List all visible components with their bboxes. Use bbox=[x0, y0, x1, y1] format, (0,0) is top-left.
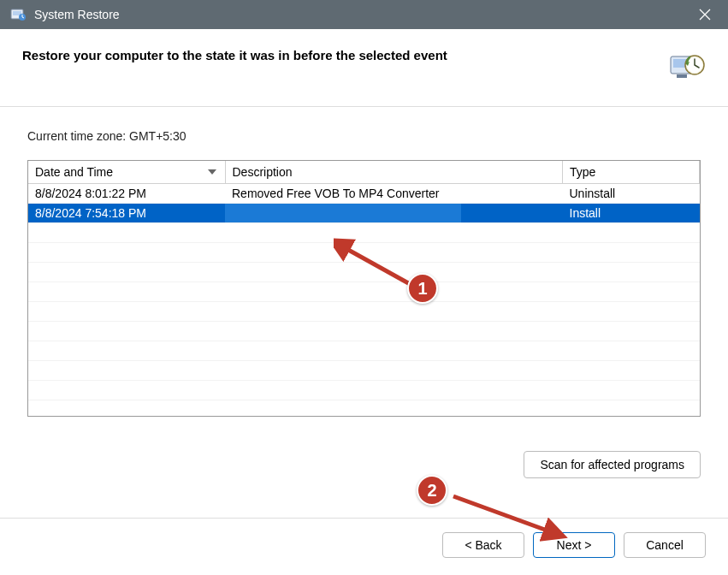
col-type[interactable]: Type bbox=[563, 161, 700, 183]
table-row: . bbox=[28, 380, 700, 400]
cell-datetime: 8/8/2024 8:01:22 PM bbox=[28, 183, 225, 203]
table-row[interactable]: 8/8/2024 7:54:18 PM Install bbox=[28, 203, 700, 222]
wizard-header: Restore your computer to the state it wa… bbox=[0, 29, 728, 107]
table-row: . bbox=[28, 242, 700, 262]
cell-description bbox=[225, 203, 563, 222]
main-content: Current time zone: GMT+5:30 Date and Tim… bbox=[0, 107, 728, 506]
col-description-label: Description bbox=[233, 165, 293, 179]
system-restore-icon bbox=[9, 5, 27, 24]
col-description[interactable]: Description bbox=[225, 161, 563, 183]
col-datetime-label: Date and Time bbox=[35, 165, 113, 179]
timezone-label: Current time zone: GMT+5:30 bbox=[27, 129, 701, 143]
cell-type: Install bbox=[563, 203, 700, 222]
restore-clock-icon bbox=[668, 48, 706, 86]
table-row: . bbox=[28, 360, 700, 380]
col-datetime[interactable]: Date and Time bbox=[28, 161, 225, 183]
restore-points-table: Date and Time Description Type 8/8/2024 … bbox=[27, 160, 701, 417]
cancel-button[interactable]: Cancel bbox=[624, 532, 706, 558]
wizard-footer: < Back Next > Cancel bbox=[0, 519, 728, 575]
col-type-label: Type bbox=[570, 165, 595, 179]
table-row: . bbox=[28, 222, 700, 242]
cell-description: Removed Free VOB To MP4 Converter bbox=[225, 183, 563, 203]
table-row: . bbox=[28, 341, 700, 360]
page-title: Restore your computer to the state it wa… bbox=[22, 48, 658, 62]
next-button[interactable]: Next > bbox=[533, 532, 615, 558]
table-row: . bbox=[28, 301, 700, 321]
table-row[interactable]: 8/8/2024 8:01:22 PM Removed Free VOB To … bbox=[28, 183, 700, 203]
table-row: . bbox=[28, 282, 700, 301]
scan-affected-button[interactable]: Scan for affected programs bbox=[524, 451, 701, 478]
cell-type: Uninstall bbox=[563, 183, 700, 203]
table-row: . bbox=[28, 321, 700, 341]
back-button[interactable]: < Back bbox=[442, 532, 524, 558]
titlebar: System Restore bbox=[0, 0, 728, 29]
svg-rect-5 bbox=[677, 74, 687, 78]
close-button[interactable] bbox=[685, 0, 725, 29]
cell-datetime: 8/8/2024 7:54:18 PM bbox=[28, 203, 225, 222]
window-title: System Restore bbox=[34, 8, 685, 21]
table-row: . bbox=[28, 262, 700, 282]
